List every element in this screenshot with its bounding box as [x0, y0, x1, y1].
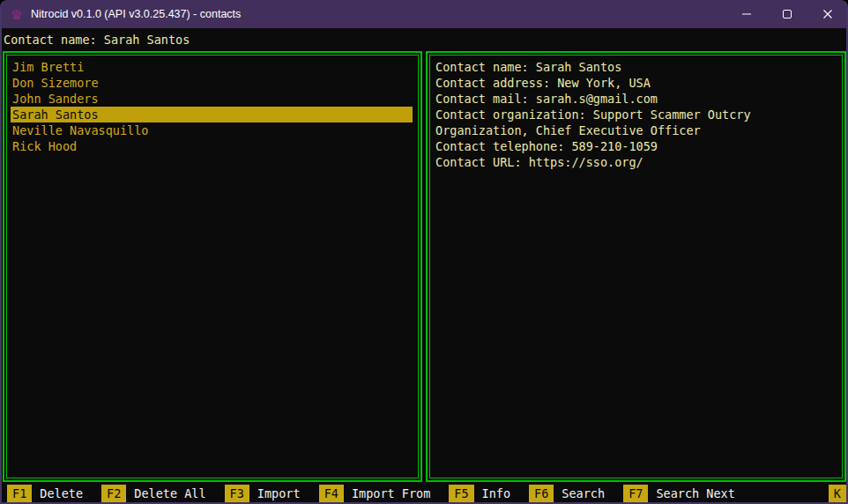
- window-title: Nitrocid v0.1.0 (API v3.0.25.437) - cont…: [31, 8, 241, 20]
- f6-key-label: Search: [562, 486, 605, 500]
- contact-detail-line: Contact name: Sarah Santos: [434, 59, 839, 75]
- contact-detail-line: Contact address: New York, USA: [434, 75, 839, 91]
- fkey-f6-search[interactable]: F6 Search: [529, 485, 605, 502]
- minimize-icon: [741, 9, 752, 19]
- contact-list-item[interactable]: John Sanders: [11, 91, 415, 107]
- f6-key-badge[interactable]: F6: [529, 485, 554, 502]
- app-window: Nitrocid v0.1.0 (API v3.0.25.437) - cont…: [0, 0, 848, 504]
- maximize-icon: [782, 9, 792, 19]
- f4-key-label: Import From: [352, 486, 430, 500]
- contact-detail-line: Contact telephone: 589-210-1059: [434, 138, 839, 154]
- f3-key-badge[interactable]: F3: [225, 485, 249, 502]
- f3-key-label: Import: [257, 486, 301, 500]
- f7-key-label: Search Next: [656, 486, 734, 500]
- fkey-f1-delete[interactable]: F1 Delete: [7, 485, 83, 502]
- close-icon: [822, 9, 833, 19]
- fkey-f4-import-from[interactable]: F4 Import From: [319, 485, 431, 502]
- selected-contact-header: Contact name: Sarah Santos: [0, 28, 848, 51]
- contact-detail-line: Contact organization: Support Scammer Ou…: [434, 107, 839, 122]
- nitrocid-logo-icon: [9, 6, 25, 22]
- minimize-button[interactable]: [726, 0, 767, 28]
- contacts-list: Jim Bretti Don Sizemore John Sanders Sar…: [6, 55, 419, 478]
- f5-key-label: Info: [482, 486, 511, 500]
- f5-key-badge[interactable]: F5: [449, 485, 473, 502]
- contact-detail-line: Contact mail: sarah.s@gmail.com: [434, 91, 839, 107]
- contact-list-item-selected[interactable]: Sarah Santos: [11, 107, 413, 122]
- f1-key-badge[interactable]: F1: [7, 485, 32, 502]
- f7-key-badge[interactable]: F7: [623, 485, 648, 502]
- f2-key-label: Delete All: [134, 486, 205, 500]
- contact-details: Contact name: Sarah Santos Contact addre…: [429, 55, 843, 478]
- maximize-button[interactable]: [767, 0, 807, 28]
- contact-list-item[interactable]: Jim Bretti: [11, 59, 415, 75]
- f2-key-badge[interactable]: F2: [101, 485, 126, 502]
- contact-detail-line: Contact URL: https://sso.org/: [434, 154, 839, 170]
- contact-details-panel: Contact name: Sarah Santos Contact addre…: [426, 51, 846, 482]
- contact-list-item[interactable]: Don Sizemore: [11, 75, 415, 91]
- close-button[interactable]: [807, 0, 848, 28]
- title-bar: Nitrocid v0.1.0 (API v3.0.25.437) - cont…: [0, 0, 848, 28]
- fkey-f3-import[interactable]: F3 Import: [225, 485, 301, 502]
- window-controls: [726, 0, 848, 28]
- contacts-list-panel: Jim Bretti Don Sizemore John Sanders Sar…: [3, 51, 422, 482]
- status-bar: F1 Delete F2 Delete All F3 Import F4 Imp…: [0, 485, 846, 502]
- contact-list-item[interactable]: Neville Navasquillo: [11, 122, 415, 138]
- contact-detail-line: Organization, Chief Executive Officer: [434, 122, 839, 138]
- keybindings-key-badge[interactable]: K: [829, 485, 846, 502]
- f1-key-label: Delete: [40, 486, 83, 500]
- fkey-f5-info[interactable]: F5 Info: [449, 485, 510, 502]
- fkey-f7-search-next[interactable]: F7 Search Next: [623, 485, 735, 502]
- fkey-f2-delete-all[interactable]: F2 Delete All: [101, 485, 206, 502]
- f4-key-badge[interactable]: F4: [319, 485, 344, 502]
- contact-list-item[interactable]: Rick Hood: [11, 138, 415, 154]
